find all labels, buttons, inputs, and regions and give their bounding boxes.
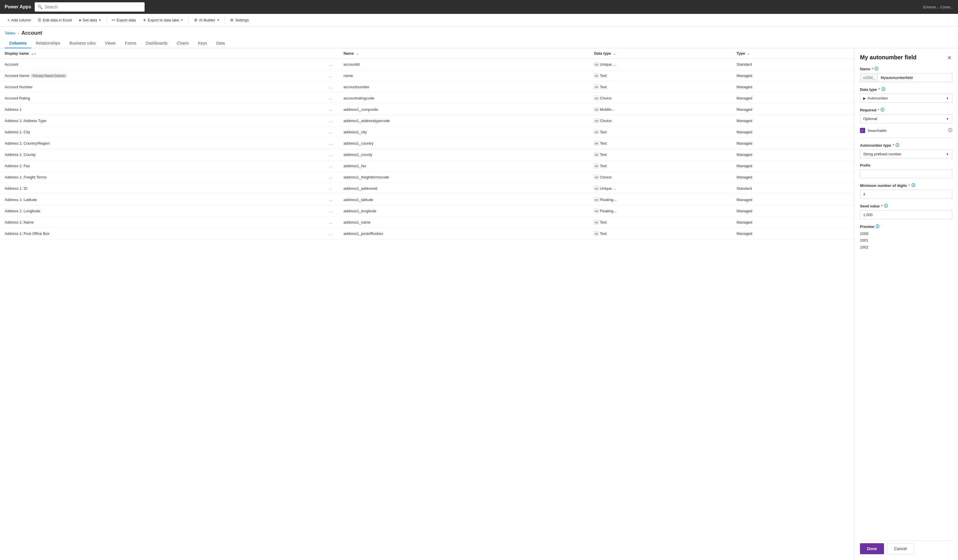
table-row[interactable]: Account … accountid aa Unique ... Standa… bbox=[0, 59, 854, 70]
cell-more[interactable]: … bbox=[322, 59, 339, 70]
row-more-button[interactable]: … bbox=[327, 129, 334, 135]
row-more-button[interactable]: … bbox=[327, 186, 334, 191]
cell-more[interactable]: … bbox=[322, 205, 339, 217]
row-more-button[interactable]: … bbox=[327, 106, 334, 112]
table-row[interactable]: Address 1: Address Type … address1_addre… bbox=[0, 115, 854, 126]
export-data-button[interactable]: ↦ Export data bbox=[109, 16, 139, 24]
table-row[interactable]: Account Number … accountnumber aa Text M… bbox=[0, 81, 854, 92]
name-info-icon[interactable]: ⓘ bbox=[874, 66, 878, 71]
prefix-input[interactable] bbox=[860, 169, 952, 178]
table-row[interactable]: Address 1: Longitude … address1_longitud… bbox=[0, 205, 854, 217]
col-header-name[interactable]: Name ⌄ bbox=[339, 48, 589, 59]
seed-input[interactable] bbox=[860, 210, 952, 219]
row-more-button[interactable]: … bbox=[327, 95, 334, 101]
preview-info-icon[interactable]: ⓘ bbox=[876, 224, 879, 229]
search-bar[interactable]: 🔍 bbox=[35, 2, 144, 11]
row-more-button[interactable]: … bbox=[327, 174, 334, 180]
row-more-button[interactable]: … bbox=[327, 208, 334, 214]
searchable-info-icon[interactable]: ⓘ bbox=[948, 128, 952, 133]
tab-keys[interactable]: Keys bbox=[194, 38, 212, 48]
data-type-icon: aa bbox=[594, 130, 599, 134]
row-more-button[interactable]: … bbox=[327, 140, 334, 146]
min-digits-input[interactable] bbox=[860, 190, 952, 199]
cell-display-name: Address 1: Name bbox=[0, 217, 322, 228]
row-more-button[interactable]: … bbox=[327, 197, 334, 203]
row-more-button[interactable]: … bbox=[327, 61, 334, 67]
row-more-button[interactable]: … bbox=[327, 163, 334, 169]
breadcrumb-tables-link[interactable]: Tables bbox=[5, 31, 16, 35]
ai-builder-button[interactable]: ⚙ AI Builder ▼ bbox=[191, 16, 222, 24]
table-row[interactable]: Address 1: County … address1_county aa T… bbox=[0, 149, 854, 160]
cell-more[interactable]: … bbox=[322, 228, 339, 239]
tab-business-rules[interactable]: Business rules bbox=[65, 38, 100, 48]
cell-more[interactable]: … bbox=[322, 183, 339, 194]
table-row[interactable]: Address 1: Name … address1_name aa Text … bbox=[0, 217, 854, 228]
cell-extra bbox=[845, 217, 854, 228]
row-more-button[interactable]: … bbox=[327, 230, 334, 236]
min-digits-info-icon[interactable]: ⓘ bbox=[912, 183, 915, 188]
cell-more[interactable]: … bbox=[322, 70, 339, 81]
settings-button[interactable]: ⚙ Settings bbox=[227, 16, 252, 24]
col-header-data-type[interactable]: Data type ⌄ bbox=[589, 48, 732, 59]
min-digits-field-group: Minimum number of digits * ⓘ bbox=[860, 183, 952, 199]
cell-name: address1_composite bbox=[339, 104, 589, 115]
cell-display-name: Address 1: ID bbox=[0, 183, 322, 194]
cell-more[interactable]: … bbox=[322, 92, 339, 104]
table-row[interactable]: Address 1: Country/Region … address1_cou… bbox=[0, 138, 854, 149]
autonumber-type-select[interactable]: String prefixed number ▼ bbox=[860, 149, 952, 159]
cell-more[interactable]: … bbox=[322, 104, 339, 115]
name-input[interactable] bbox=[878, 73, 952, 82]
col-header-type[interactable]: Type ⌄ bbox=[732, 48, 845, 59]
cell-type: Managed bbox=[732, 228, 845, 239]
tab-dashboards[interactable]: Dashboards bbox=[141, 38, 172, 48]
row-more-button[interactable]: … bbox=[327, 73, 334, 78]
table-row[interactable]: Account NamePrimary Name Column … name a… bbox=[0, 70, 854, 81]
cancel-button[interactable]: Cancel bbox=[887, 543, 914, 554]
cell-more[interactable]: … bbox=[322, 81, 339, 92]
edit-excel-button[interactable]: ☰ Edit data in Excel bbox=[35, 16, 75, 24]
tab-charts[interactable]: Charts bbox=[172, 38, 193, 48]
tab-relationships[interactable]: Relationships bbox=[31, 38, 65, 48]
table-row[interactable]: Address 1: Post Office Box … address1_po… bbox=[0, 228, 854, 239]
data-type-info-icon[interactable]: ⓘ bbox=[881, 87, 885, 92]
cell-more[interactable]: … bbox=[322, 138, 339, 149]
data-type-select[interactable]: ▶ Autonumber ▼ bbox=[860, 94, 952, 103]
row-more-button[interactable]: … bbox=[327, 84, 334, 90]
done-button[interactable]: Done bbox=[860, 543, 884, 554]
table-row[interactable]: Address 1 … address1_composite aa Multil… bbox=[0, 104, 854, 115]
export-lake-button[interactable]: ☀ Export to data lake ▼ bbox=[140, 16, 186, 24]
required-select[interactable]: Optional ▼ bbox=[860, 114, 952, 123]
table-row[interactable]: Address 1: ID … address1_addressid aa Un… bbox=[0, 183, 854, 194]
searchable-checkbox[interactable]: ✓ bbox=[860, 128, 865, 133]
get-data-button[interactable]: ● Get data ▼ bbox=[76, 16, 105, 24]
table-row[interactable]: Address 1: Freight Terms … address1_frei… bbox=[0, 171, 854, 183]
search-input[interactable] bbox=[45, 5, 142, 9]
cell-more[interactable]: … bbox=[322, 171, 339, 183]
cell-more[interactable]: … bbox=[322, 217, 339, 228]
name-prefix: cr25d_ bbox=[860, 73, 878, 82]
add-column-button[interactable]: + Add column bbox=[5, 16, 34, 24]
tab-columns[interactable]: Columns bbox=[5, 38, 31, 48]
cell-more[interactable]: … bbox=[322, 126, 339, 138]
cell-more[interactable]: … bbox=[322, 160, 339, 171]
row-more-button[interactable]: … bbox=[327, 219, 334, 225]
col-header-display-name[interactable]: Display name ▲▼ bbox=[0, 48, 322, 59]
table-row[interactable]: Account Rating … accountratingcode aa Ch… bbox=[0, 92, 854, 104]
data-type-icon: aa bbox=[594, 84, 599, 89]
required-info-icon[interactable]: ⓘ bbox=[880, 107, 884, 113]
row-more-button[interactable]: … bbox=[327, 152, 334, 157]
tab-forms[interactable]: Forms bbox=[120, 38, 141, 48]
table-row[interactable]: Address 1: City … address1_city aa Text … bbox=[0, 126, 854, 138]
autonumber-type-info-icon[interactable]: ⓘ bbox=[896, 143, 899, 148]
panel-close-button[interactable]: ✕ bbox=[947, 54, 952, 62]
cell-more[interactable]: … bbox=[322, 115, 339, 126]
seed-info-icon[interactable]: ⓘ bbox=[884, 203, 888, 209]
tab-views[interactable]: Views bbox=[100, 38, 120, 48]
cell-more[interactable]: … bbox=[322, 149, 339, 160]
table-row[interactable]: Address 1: Latitude … address1_latitude … bbox=[0, 194, 854, 205]
row-more-button[interactable]: … bbox=[327, 118, 334, 124]
table-row[interactable]: Address 1: Fax … address1_fax aa Text Ma… bbox=[0, 160, 854, 171]
cell-more[interactable]: … bbox=[322, 194, 339, 205]
data-type-required: * bbox=[879, 87, 880, 92]
tab-data[interactable]: Data bbox=[212, 38, 230, 48]
